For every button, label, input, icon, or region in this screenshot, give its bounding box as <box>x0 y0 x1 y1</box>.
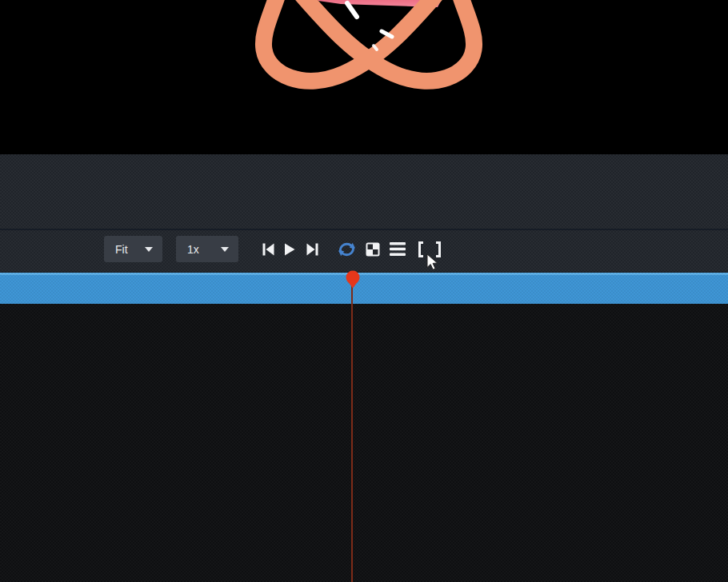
loop-icon <box>338 241 356 257</box>
out-point-bracket-icon <box>436 241 441 257</box>
timeline-scrubber[interactable] <box>0 273 728 304</box>
playback-speed-value: 1x <box>187 243 199 256</box>
set-in-point-button[interactable] <box>418 241 423 257</box>
set-out-point-button[interactable] <box>436 241 441 257</box>
playhead-marker[interactable] <box>345 270 361 289</box>
zoom-fit-value: Fit <box>115 243 128 256</box>
checkerboard-icon <box>366 242 380 257</box>
skip-to-start-icon <box>262 243 274 256</box>
logo-highlight-1 <box>347 3 357 17</box>
panel-divider <box>0 229 728 230</box>
skip-to-end-icon <box>306 243 318 256</box>
playback-speed-dropdown[interactable]: 1x <box>176 236 238 262</box>
loop-toggle-button[interactable] <box>338 241 356 257</box>
skip-to-start-button[interactable] <box>262 243 274 256</box>
chevron-down-icon <box>145 247 153 252</box>
lower-viewport <box>0 304 728 582</box>
transparency-toggle-button[interactable] <box>366 242 380 257</box>
player-toolbar: Fit 1x <box>104 236 441 262</box>
zoom-fit-dropdown[interactable]: Fit <box>104 236 162 262</box>
three-lines-icon <box>390 242 406 256</box>
frame-list-button[interactable] <box>390 242 406 256</box>
preview-stage <box>0 0 728 154</box>
play-button[interactable] <box>284 243 295 256</box>
skip-to-end-button[interactable] <box>306 243 318 256</box>
control-panel: Fit 1x <box>0 154 728 273</box>
chevron-down-icon <box>221 247 229 252</box>
timeline-texture <box>0 273 728 304</box>
playhead-line <box>351 285 353 582</box>
looping-ribbon-logo <box>245 0 501 92</box>
in-point-bracket-icon <box>418 241 423 257</box>
play-icon <box>284 243 295 256</box>
